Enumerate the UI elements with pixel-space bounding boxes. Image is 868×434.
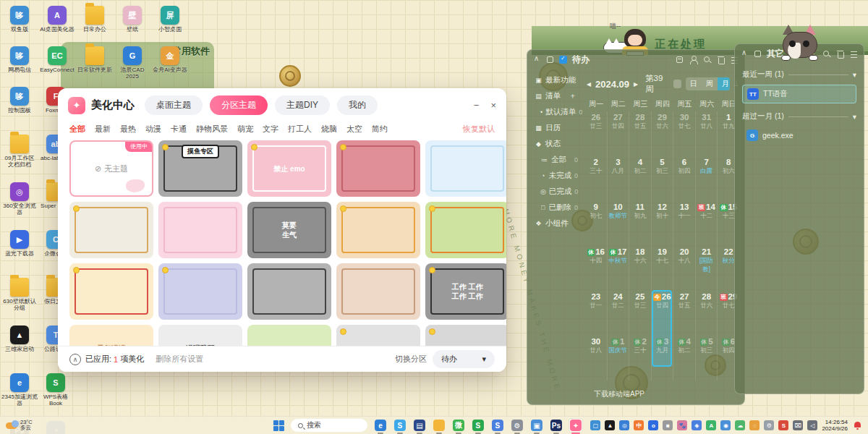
tray-icon-a-tool[interactable]: A xyxy=(706,420,716,430)
calendar-day-3[interactable]: 3八月 xyxy=(608,156,630,201)
desktop-icon[interactable]: 09月工作区 文档归档 xyxy=(1,133,38,181)
calendar-day-4[interactable]: 4初二 xyxy=(629,156,652,201)
category-最热[interactable]: 最热 xyxy=(120,124,136,135)
taskbar-icon-wechat[interactable]: 微 xyxy=(452,419,465,432)
taskbar-icon-edge-browser[interactable]: e xyxy=(374,419,387,432)
desktop-icon[interactable]: ◎360安全浏览器 xyxy=(1,181,38,229)
category-全部[interactable]: 全部 xyxy=(69,124,85,135)
sidebar-item-最新功能[interactable]: ▣最新功能 xyxy=(533,72,584,88)
category-动漫[interactable]: 动漫 xyxy=(145,124,161,135)
taskbar-icon-settings[interactable]: ⚙ xyxy=(511,419,524,432)
restore-default-link[interactable]: 恢复默认 xyxy=(463,124,495,135)
weather-widget[interactable]: 23°C 多云 xyxy=(0,420,109,431)
other-item-TT语音[interactable]: TTTT语音 xyxy=(742,85,856,103)
sidebar-item-未完成[interactable]: ◔未完成0 xyxy=(533,168,584,184)
theme-card-5[interactable] xyxy=(69,202,153,258)
category-烧脑[interactable]: 烧脑 xyxy=(321,124,337,135)
tray-icon-zhong-app[interactable]: 中 xyxy=(634,420,644,430)
start-button[interactable] xyxy=(273,420,284,431)
desktop-icon[interactable]: SWPS表格 Book xyxy=(38,372,74,420)
category-萌宠[interactable]: 萌宠 xyxy=(237,124,253,135)
calendar-day-2[interactable]: 2三十 xyxy=(585,156,608,201)
menu-icon[interactable] xyxy=(850,50,858,58)
sidebar-item-日历[interactable]: ▦日历 xyxy=(533,120,584,136)
theme-card-10[interactable] xyxy=(69,263,153,320)
sidebar-item-状态[interactable]: ◆状态 xyxy=(533,136,584,152)
calendar-day-27[interactable]: 27廿五 xyxy=(673,291,696,336)
search-icon[interactable] xyxy=(822,50,830,58)
theme-card-0[interactable]: 使用中⊘无主题 xyxy=(69,140,153,197)
calendar-day-12[interactable]: 12初十 xyxy=(652,201,674,246)
calendar-day-6[interactable]: 6初四 xyxy=(673,156,696,201)
calendar-day-24[interactable]: 24廿二 xyxy=(608,291,630,336)
taskbar-icon-wps[interactable]: S xyxy=(472,419,485,432)
sidebar-item-默认清单[interactable]: •默认清单0 xyxy=(533,104,584,120)
back-to-today-icon[interactable] xyxy=(673,80,681,88)
sidebar-item-已完成[interactable]: ◎已完成0 xyxy=(533,184,584,200)
theme-card-3[interactable] xyxy=(336,140,420,197)
theme-card-12[interactable] xyxy=(247,263,331,320)
tray-icon-display-utility[interactable]: ▢ xyxy=(590,420,600,430)
theme-card-14[interactable]: 工作 工作 工作 工作 xyxy=(425,263,506,320)
desktop-icon[interactable]: 金金舟AI变声器 xyxy=(152,45,188,93)
partition-select[interactable]: 待办 ▾ xyxy=(433,350,495,368)
tab-桌面主题[interactable]: 桌面主题 xyxy=(145,95,203,115)
desktop-icon[interactable]: 日常软件更新 xyxy=(77,45,113,93)
window-mode-icon[interactable] xyxy=(546,56,554,64)
category-文字[interactable]: 文字 xyxy=(263,124,278,135)
calendar-day-30[interactable]: 30廿八 xyxy=(585,336,608,380)
trash-icon[interactable] xyxy=(836,50,844,58)
tab-主题DIY[interactable]: 主题DIY xyxy=(275,95,330,115)
calendar-day-27[interactable]: 27廿四 xyxy=(608,111,630,156)
calendar-day-7[interactable]: 7白露 xyxy=(696,156,718,201)
taskbar-search[interactable]: 搜索 xyxy=(291,419,367,432)
theme-card-2[interactable]: 禁止 emo xyxy=(247,140,331,197)
theme-card-4[interactable] xyxy=(425,140,506,197)
calendar-day-28[interactable]: 28廿五 xyxy=(629,111,652,156)
collapse-icon[interactable] xyxy=(741,50,749,58)
calendar-day-18[interactable]: 18十六 xyxy=(629,246,652,291)
view-mode-日[interactable]: 日 xyxy=(686,77,702,90)
category-卡通[interactable]: 卡通 xyxy=(171,124,187,135)
download-app-link[interactable]: 下载移动端APP xyxy=(594,389,644,399)
calendar-day-29[interactable]: 29廿六 xyxy=(652,111,674,156)
tray-icon-gray-box[interactable]: ■ xyxy=(663,420,673,430)
notification-bell-icon[interactable] xyxy=(854,421,862,430)
desktop-icon[interactable]: ▲三维家启动 xyxy=(1,324,38,372)
category-最新[interactable]: 最新 xyxy=(95,124,111,135)
view-mode-周[interactable]: 周 xyxy=(702,77,718,90)
section-header[interactable]: 最近一周 (1)▾ xyxy=(735,64,864,82)
desktop-icon[interactable]: ▶蓝光下载器 xyxy=(1,229,38,276)
sidebar-item-已删除[interactable]: □已删除0 xyxy=(533,200,584,216)
tray-icon-paw-app[interactable]: 🐾 xyxy=(677,420,687,430)
taskbar-icon-photos[interactable]: ▣ xyxy=(530,419,543,432)
desktop-icon[interactable]: e2345加速浏览 器 xyxy=(1,372,38,420)
category-静物风景[interactable]: 静物风景 xyxy=(196,124,228,135)
calendar-day-3[interactable]: 休3九月 xyxy=(652,336,674,380)
minimize-button[interactable]: − xyxy=(474,100,480,111)
theme-card-9[interactable] xyxy=(425,202,506,258)
tray-icon-sync-ring[interactable]: ◌ xyxy=(749,420,760,430)
tray-icon-security-shield[interactable]: ◈ xyxy=(692,420,702,430)
other-item-geek.exe[interactable]: Ggeek.exe xyxy=(742,127,856,144)
section-header[interactable]: 超过一月 (1)▾ xyxy=(735,106,864,124)
calendar-day-31[interactable]: 31廿八 xyxy=(696,111,718,156)
theme-card-8[interactable] xyxy=(336,202,420,258)
taskbar-icon-file-explorer[interactable] xyxy=(433,419,446,432)
calendar-day-5[interactable]: 休5初三 xyxy=(696,336,718,380)
taskbar-icon-360-browser[interactable]: S xyxy=(393,419,407,432)
category-打工人[interactable]: 打工人 xyxy=(288,124,312,135)
theme-card-11[interactable] xyxy=(158,263,242,320)
tray-icon-3d-home[interactable]: ▲ xyxy=(605,420,615,430)
view-mode-月[interactable]: 月 xyxy=(718,77,730,90)
calendar-icon[interactable] xyxy=(676,56,684,64)
tray-icon-blue-o[interactable]: o xyxy=(648,420,658,430)
prev-month-button[interactable]: ◂ xyxy=(587,79,591,89)
calendar-day-26[interactable]: 26廿三 xyxy=(585,111,608,156)
calendar-day-16[interactable]: 休16十四 xyxy=(585,246,608,291)
tray-icon-honeyview[interactable]: S xyxy=(778,420,788,430)
taskbar-clock[interactable]: 14:26:54 2024/9/26 xyxy=(822,419,848,432)
desktop-icon[interactable]: 哆控制面板 xyxy=(1,85,38,133)
tray-icon-cast-device[interactable]: ⌧ xyxy=(793,420,803,430)
calendar-day-28[interactable]: 28廿六 xyxy=(696,291,718,336)
